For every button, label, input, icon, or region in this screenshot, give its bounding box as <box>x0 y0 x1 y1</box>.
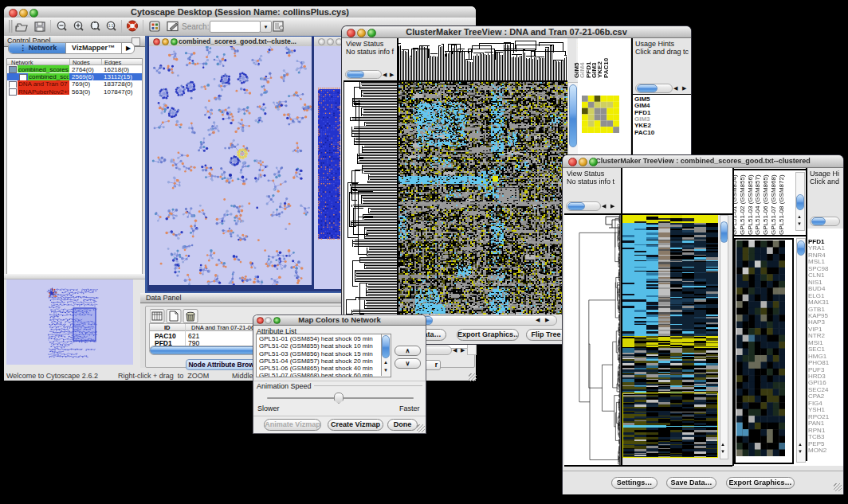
svg-text:1:1: 1:1 <box>108 24 114 28</box>
